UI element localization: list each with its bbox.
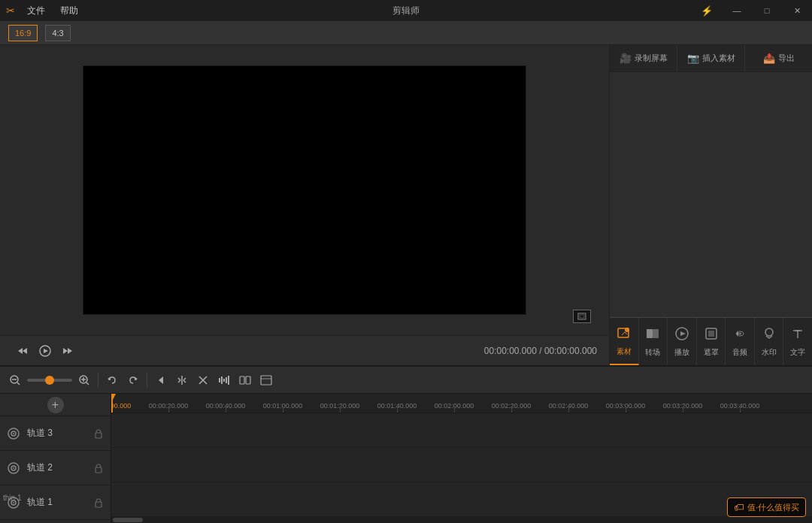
svg-marker-6 [63,348,68,354]
timeline-toolbar [0,367,812,394]
svg-rect-57 [95,502,102,507]
transport-bar: 00:00:00.000 / 00:00:00.000 [0,335,609,365]
svg-line-22 [17,382,20,385]
minimize-button[interactable]: — [722,0,752,21]
watermark-logo-icon: 🏷 [734,501,744,513]
track-content-3 [111,413,812,448]
rewind-button[interactable] [12,340,33,361]
tab-insert-media[interactable]: 📷 插入素材 [677,45,745,71]
tab-export-label: 导出 [778,53,795,64]
timeline-ruler[interactable]: 00:00:00.000 00:00:20.000 00:00:40.000 0… [111,394,812,413]
track-row-1: 轨道 1 [0,485,111,520]
svg-line-32 [178,380,180,382]
tab-insert-label: 插入素材 [702,53,735,64]
timeline-right: 00:00:00.000 00:00:20.000 00:00:40.000 0… [111,394,812,523]
tab-text[interactable]: 文字 [783,318,812,365]
timeline-tracks [111,413,812,517]
tick-9 [626,407,626,413]
forward-button[interactable] [57,340,78,361]
tab-text-label: 文字 [790,347,805,358]
svg-rect-40 [226,377,227,383]
timeline-scrollbar[interactable] [111,517,812,523]
track-header: + [0,394,111,416]
svg-marker-5 [44,349,48,353]
split-button[interactable] [173,371,191,389]
aspect-4-3-button[interactable]: 4:3 [45,25,70,41]
track-content-1 [111,482,812,517]
add-track-button[interactable]: + [47,397,64,413]
track-2-lock[interactable] [92,462,105,474]
track-3-lock[interactable] [92,428,105,440]
tick-5 [397,407,398,413]
tab-audio[interactable]: 音频 [726,318,755,365]
aspect-16-9-button[interactable]: 16:9 [8,25,38,41]
close-button[interactable]: ✕ [782,0,812,21]
svg-line-33 [183,378,186,380]
tick-10 [683,407,683,413]
tab-mask-label: 遮罩 [704,347,719,358]
tab-playback[interactable]: 播放 [668,318,697,365]
tab-watermark-label: 水印 [762,347,777,358]
undo-button[interactable] [103,371,121,389]
watermark-icon [762,326,777,345]
transitions-icon [645,326,660,345]
current-time: 00:00:00.000 [484,346,537,356]
tab-media-label: 素材 [617,346,632,357]
tick-8 [568,407,569,413]
zoom-slider[interactable] [27,379,72,382]
track-2-name: 轨道 2 [27,461,86,474]
svg-rect-1 [580,315,584,318]
app-title: 剪辑师 [392,5,420,17]
menu-file[interactable]: 文件 [21,2,51,20]
playback-icon [674,326,689,345]
svg-rect-0 [578,313,586,319]
tick-6 [454,407,455,413]
track-labels: + 轨道 3 [0,394,111,523]
zoom-out-button[interactable] [6,371,24,389]
watermark-badge: 🏷 值·什么值得买 [727,497,806,517]
timeline-main: + 轨道 3 [0,394,812,523]
tick-2 [226,407,226,413]
svg-point-9 [625,328,629,332]
clip1-button[interactable] [236,371,254,389]
svg-rect-49 [95,433,102,438]
export-icon: 📤 [763,53,775,64]
redo-button[interactable] [124,371,142,389]
tab-transitions-label: 转场 [645,347,660,358]
text-icon [790,326,805,345]
tab-record-screen[interactable]: 🎥 录制屏幕 [610,45,677,71]
track-row-2: 轨道 2 [0,451,111,485]
left-panel: 00:00:00.000 / 00:00:00.000 [0,45,609,365]
track-1-lock[interactable] [92,497,105,509]
maximize-button[interactable]: □ [752,0,782,21]
tab-transitions[interactable]: 转场 [639,318,668,365]
right-top-tabs: 🎥 录制屏幕 📷 插入素材 📤 导出 [610,45,812,72]
scroll-thumb[interactable] [113,518,143,522]
play-button[interactable] [35,340,56,361]
work-area: 00:00:00.000 / 00:00:00.000 🎥 录制屏幕 📷 插入素… [0,45,812,365]
prev-frame-button[interactable] [152,371,170,389]
svg-rect-39 [223,379,225,382]
tick-1 [168,407,169,413]
tab-watermark[interactable]: 水印 [755,318,784,365]
insert-icon: 📷 [687,53,699,64]
tab-export[interactable]: 📤 导出 [745,45,812,71]
clip2-button[interactable] [257,371,275,389]
svg-rect-10 [647,329,653,338]
fullscreen-button[interactable] [573,310,591,323]
tick-7 [511,407,512,413]
svg-marker-7 [68,348,72,354]
menu-help[interactable]: 帮助 [54,2,84,20]
tab-mask[interactable]: 遮罩 [697,318,726,365]
track-3-name: 轨道 3 [27,427,86,440]
svg-rect-43 [246,376,250,384]
zoom-in-button[interactable] [75,371,93,389]
svg-line-34 [183,380,186,382]
playhead[interactable] [111,394,113,413]
svg-rect-44 [261,376,271,385]
volume-button[interactable] [215,371,233,389]
delete-button[interactable] [194,371,212,389]
svg-rect-15 [708,331,714,337]
tab-media-library[interactable]: 素材 [610,318,639,365]
tick-11 [740,407,741,413]
